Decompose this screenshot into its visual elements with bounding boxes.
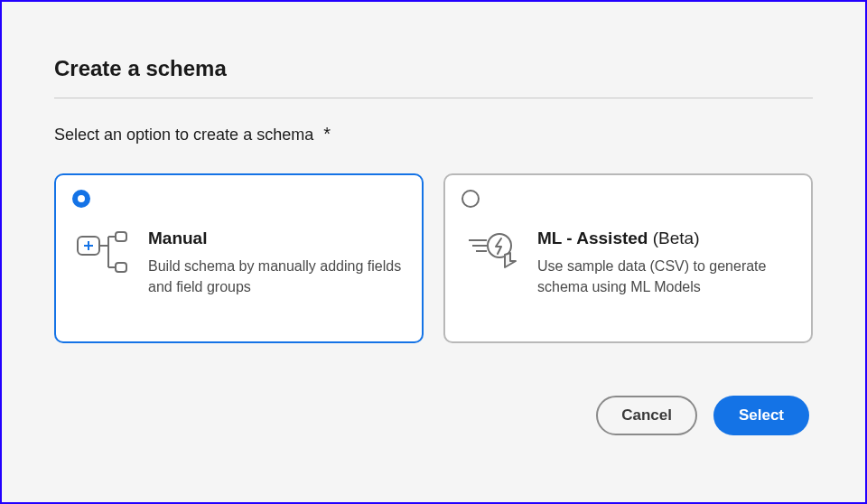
- ml-assisted-icon: [465, 228, 521, 273]
- manual-schema-icon: [76, 228, 132, 278]
- divider: [54, 98, 813, 98]
- radio-manual[interactable]: [72, 190, 90, 208]
- cancel-button[interactable]: Cancel: [596, 396, 697, 435]
- title-badge: (Beta): [653, 229, 700, 247]
- svg-rect-3: [116, 232, 126, 241]
- card-body: Manual Build schema by manually adding f…: [72, 228, 406, 297]
- select-button[interactable]: Select: [713, 396, 809, 435]
- option-desc-manual: Build schema by manually adding fields a…: [148, 256, 402, 297]
- option-desc-ml: Use sample data (CSV) to generate schema…: [537, 256, 791, 297]
- option-title-ml: ML - Assisted (Beta): [537, 228, 791, 250]
- card-body: ML - Assisted (Beta) Use sample data (CS…: [461, 228, 795, 297]
- title-text: Manual: [148, 229, 207, 247]
- svg-rect-4: [116, 263, 126, 272]
- required-asterisk: *: [323, 124, 331, 144]
- option-card-ml-assisted[interactable]: ML - Assisted (Beta) Use sample data (CS…: [443, 173, 813, 343]
- title-bold: ML - Assisted: [537, 229, 648, 247]
- options-group: Manual Build schema by manually adding f…: [54, 173, 813, 343]
- dialog-subtitle: Select an option to create a schema *: [54, 124, 813, 145]
- option-title-manual: Manual: [148, 228, 402, 250]
- card-text: Manual Build schema by manually adding f…: [148, 228, 402, 297]
- create-schema-dialog: Create a schema Select an option to crea…: [14, 11, 853, 462]
- card-text: ML - Assisted (Beta) Use sample data (CS…: [537, 228, 791, 297]
- dialog-footer: Cancel Select: [54, 396, 813, 435]
- option-card-manual[interactable]: Manual Build schema by manually adding f…: [54, 173, 424, 343]
- subtitle-text: Select an option to create a schema: [54, 126, 313, 144]
- radio-ml-assisted[interactable]: [461, 190, 480, 208]
- dialog-title: Create a schema: [54, 56, 813, 81]
